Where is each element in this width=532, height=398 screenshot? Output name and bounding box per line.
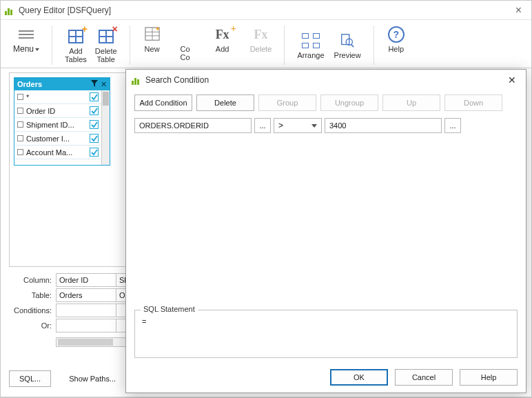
table-row[interactable]: Shipment ID... [14,118,101,132]
ungroup-button[interactable]: Ungroup [320,94,378,111]
column-checkbox[interactable] [90,120,99,129]
grid-cell[interactable]: Order ID [56,273,116,287]
pin-icon [17,94,23,100]
column-name: Account Ma... [26,148,87,157]
table-orders-columns: * Order ID Shipment ID... [14,90,101,165]
column-name: Shipment ID... [26,121,87,129]
svg-text:+: + [155,27,159,32]
add-condition-ribbon-label: Add [216,45,229,53]
column-name: Customer I... [26,135,87,143]
delete-table-button[interactable]: × Delete Table [92,26,120,65]
condition-list-area[interactable] [134,133,518,306]
condition-operator-select[interactable]: > [274,118,322,133]
table-scrollbar[interactable] [101,90,110,165]
dialog-titlebar[interactable]: Search Condition ✕ [126,70,526,90]
menu-label: Menu [13,44,34,54]
dialog-close-button[interactable]: ✕ [504,73,520,87]
dialog-title: Search Condition [145,75,209,85]
cond-col-partial: Co Co [173,24,198,63]
grid-label-conditions: Conditions: [9,306,56,315]
table-row[interactable]: Account Ma... [14,146,101,159]
titlebar: Query Editor [DSFQuery] × [1,1,531,20]
condition-value-field[interactable]: 3400 [325,118,442,133]
grid-label-or: Or: [9,321,56,330]
arrange-button[interactable]: Arrange [294,30,327,61]
help-label: Help [388,45,404,53]
table-row[interactable]: * [14,90,101,104]
menu-button[interactable]: Menu [10,24,42,54]
arrange-label: Arrange [297,51,324,59]
grid-cell[interactable]: Orders [56,288,116,302]
sql-button[interactable]: SQL... [9,370,51,387]
window-title: Query Editor [DSFQuery] [19,6,111,15]
add-condition-button[interactable]: Add Condition [134,94,192,111]
help-button[interactable]: ? Help [384,24,409,54]
condition-column-browse[interactable]: ... [254,118,271,133]
sql-statement-text: = [142,317,510,326]
column-checkbox[interactable] [90,134,99,143]
column-new-button[interactable]: + New [140,24,165,54]
pin-icon [17,135,23,141]
delete-condition-ribbon-label: Delete [250,45,272,53]
condition-operator-value: > [278,121,283,130]
table-close-icon[interactable]: ✕ [101,80,107,89]
cancel-button[interactable]: Cancel [395,369,453,386]
table-orders[interactable]: Orders ✕ * Ord [14,77,110,166]
app-icon [5,6,14,15]
dialog-app-icon [132,75,141,85]
column-name: * [26,93,87,101]
down-button[interactable]: Down [444,94,502,111]
search-condition-dialog: Search Condition ✕ Add Condition Delete … [125,69,526,393]
ribbon-toolbar: Menu + Add Tables × Delete Table + New [1,20,531,68]
table-row[interactable]: Order ID [14,104,101,118]
column-checkbox[interactable] [90,92,99,101]
table-orders-name: Orders [17,80,88,88]
column-checkbox[interactable] [90,148,99,157]
delete-condition-ribbon-button[interactable]: Fx Delete [247,24,275,54]
condition-row: ORDERS.ORDERID ... > 3400 ... [134,118,518,133]
column-name: Order ID [26,107,87,115]
window-close-button[interactable]: × [510,4,527,17]
chevron-down-icon [311,124,317,128]
ok-button[interactable]: OK [330,369,388,386]
add-tables-button[interactable]: + Add Tables [62,26,90,65]
dialog-toolbar: Add Condition Delete Group Ungroup Up Do… [134,94,518,111]
dialog-help-button[interactable]: Help [460,369,518,386]
group-button[interactable]: Group [258,94,316,111]
condition-column-field[interactable]: ORDERS.ORDERID [134,118,252,133]
up-button[interactable]: Up [382,94,440,111]
sql-statement-label: SQL Statement [141,305,198,313]
delete-table-label: Delete Table [95,47,117,63]
preview-label: Preview [334,51,361,59]
condition-value-browse[interactable]: ... [444,118,461,133]
pin-icon [17,149,23,155]
show-paths-button[interactable]: Show Paths... [59,370,125,387]
column-new-label: New [145,45,160,53]
dialog-footer: OK Cancel Help [126,362,526,392]
grid-label-column: Column: [9,276,56,284]
delete-button[interactable]: Delete [196,94,254,111]
table-row[interactable] [14,159,101,165]
grid-label-table: Table: [9,291,56,299]
column-checkbox[interactable] [90,106,99,115]
table-row[interactable]: Customer I... [14,132,101,146]
filter-icon[interactable] [91,80,98,88]
grid-cell[interactable] [56,319,116,332]
pin-icon [17,121,23,128]
sql-statement-group: SQL Statement = [134,310,518,358]
svg-line-7 [351,44,354,47]
add-condition-ribbon-button[interactable]: Fx+ Add [210,24,235,54]
add-tables-label: Add Tables [65,47,87,63]
pin-icon [17,108,23,114]
preview-button[interactable]: Preview [331,30,364,61]
grid-cell[interactable] [56,304,116,317]
table-orders-header[interactable]: Orders ✕ [14,78,110,90]
